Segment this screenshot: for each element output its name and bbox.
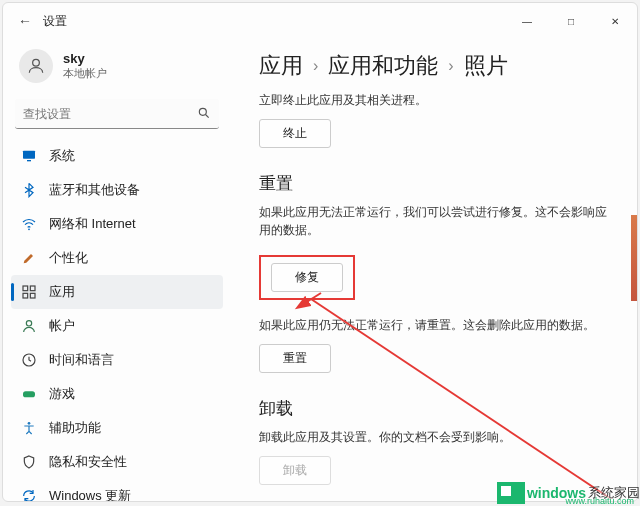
sidebar-item-4[interactable]: 应用 [11, 275, 223, 309]
sidebar-item-0[interactable]: 系统 [11, 139, 223, 173]
svg-point-5 [28, 228, 30, 230]
search-icon[interactable] [197, 106, 211, 124]
chevron-right-icon: › [448, 57, 453, 75]
repair-button[interactable]: 修复 [271, 263, 343, 292]
svg-point-1 [199, 108, 206, 115]
uninstall-button[interactable]: 卸载 [259, 456, 331, 485]
sidebar-item-5[interactable]: 帐户 [11, 309, 223, 343]
uninstall-section-title: 卸载 [259, 397, 613, 420]
titlebar: ← 设置 — □ ✕ [3, 3, 637, 39]
uninstall-desc: 卸载此应用及其设置。你的文档不会受到影响。 [259, 428, 613, 446]
minimize-button[interactable]: — [505, 3, 549, 39]
sidebar-item-label: 帐户 [49, 317, 75, 335]
sidebar-item-label: 网络和 Internet [49, 215, 136, 233]
svg-point-13 [28, 422, 31, 425]
sidebar-item-10[interactable]: Windows 更新 [11, 479, 223, 501]
watermark: windows 系统家园 www.ruhaitu.com [497, 482, 640, 504]
crumb-apps[interactable]: 应用 [259, 51, 303, 81]
breadcrumb: 应用 › 应用和功能 › 照片 [259, 51, 613, 81]
reset-desc-repair: 如果此应用无法正常运行，我们可以尝试进行修复。这不会影响应用的数据。 [259, 203, 613, 239]
clock-icon [21, 352, 37, 368]
svg-rect-6 [23, 286, 28, 291]
svg-rect-3 [23, 151, 35, 159]
sidebar-item-label: 隐私和安全性 [49, 453, 127, 471]
main-content: 应用 › 应用和功能 › 照片 立即终止此应用及其相关进程。 终止 重置 如果此… [231, 39, 637, 501]
decorative-edge [631, 215, 637, 301]
sidebar-item-8[interactable]: 辅助功能 [11, 411, 223, 445]
sidebar: sky 本地帐户 系统蓝牙和其他设备网络和 Internet个性化应用帐户时间和… [3, 39, 231, 501]
sidebar-item-label: 蓝牙和其他设备 [49, 181, 140, 199]
svg-point-0 [33, 59, 40, 66]
person-icon [21, 318, 37, 334]
chevron-right-icon: › [313, 57, 318, 75]
svg-rect-8 [23, 293, 28, 298]
sidebar-item-9[interactable]: 隐私和安全性 [11, 445, 223, 479]
sidebar-item-7[interactable]: 游戏 [11, 377, 223, 411]
search-wrap [15, 99, 219, 129]
window-controls: — □ ✕ [505, 3, 637, 39]
search-input[interactable] [15, 99, 219, 129]
maximize-button[interactable]: □ [549, 3, 593, 39]
reset-desc-reset: 如果此应用仍无法正常运行，请重置。这会删除此应用的数据。 [259, 316, 613, 334]
window-title: 设置 [43, 13, 67, 30]
avatar [19, 49, 53, 83]
sidebar-item-label: 辅助功能 [49, 419, 101, 437]
terminate-desc: 立即终止此应用及其相关进程。 [259, 91, 613, 109]
svg-rect-9 [30, 293, 35, 298]
brush-icon [21, 250, 37, 266]
sidebar-item-3[interactable]: 个性化 [11, 241, 223, 275]
sidebar-item-1[interactable]: 蓝牙和其他设备 [11, 173, 223, 207]
crumb-apps-features[interactable]: 应用和功能 [328, 51, 438, 81]
svg-line-2 [206, 115, 209, 118]
access-icon [21, 420, 37, 436]
watermark-logo-icon [497, 482, 525, 504]
crumb-photos: 照片 [464, 51, 508, 81]
sidebar-item-6[interactable]: 时间和语言 [11, 343, 223, 377]
close-button[interactable]: ✕ [593, 3, 637, 39]
monitor-icon [21, 148, 37, 164]
reset-section-title: 重置 [259, 172, 613, 195]
sidebar-item-label: 系统 [49, 147, 75, 165]
person-icon [26, 56, 46, 76]
body: sky 本地帐户 系统蓝牙和其他设备网络和 Internet个性化应用帐户时间和… [3, 39, 637, 501]
wifi-icon [21, 216, 37, 232]
reset-button[interactable]: 重置 [259, 344, 331, 373]
sidebar-item-label: 游戏 [49, 385, 75, 403]
sidebar-item-label: 个性化 [49, 249, 88, 267]
nav-list: 系统蓝牙和其他设备网络和 Internet个性化应用帐户时间和语言游戏辅助功能隐… [11, 139, 223, 501]
svg-rect-12 [23, 391, 35, 397]
svg-point-10 [26, 321, 31, 326]
watermark-url: www.ruhaitu.com [565, 496, 634, 506]
bluetooth-icon [21, 182, 37, 198]
svg-rect-7 [30, 286, 35, 291]
profile-name: sky [63, 51, 107, 66]
settings-window: ← 设置 — □ ✕ sky 本地帐户 [2, 2, 638, 502]
apps-icon [21, 284, 37, 300]
game-icon [21, 386, 37, 402]
sidebar-item-label: Windows 更新 [49, 487, 131, 501]
sidebar-item-2[interactable]: 网络和 Internet [11, 207, 223, 241]
back-button[interactable]: ← [11, 13, 39, 29]
sidebar-item-label: 应用 [49, 283, 75, 301]
sidebar-item-label: 时间和语言 [49, 351, 114, 369]
profile-sub: 本地帐户 [63, 66, 107, 81]
profile[interactable]: sky 本地帐户 [11, 43, 223, 95]
shield-icon [21, 454, 37, 470]
update-icon [21, 488, 37, 501]
profile-text: sky 本地帐户 [63, 51, 107, 81]
repair-highlight: 修复 [259, 255, 355, 300]
svg-rect-4 [27, 160, 31, 161]
terminate-button[interactable]: 终止 [259, 119, 331, 148]
